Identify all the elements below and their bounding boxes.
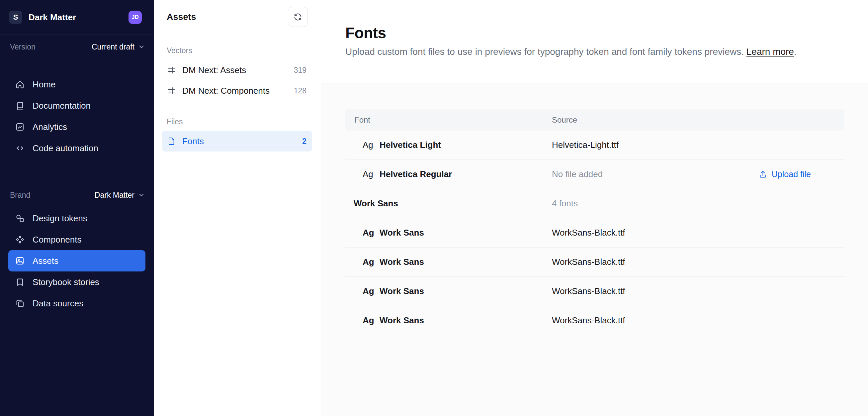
fonts-table: Font Source Ag Helvetica Light Helvetica… bbox=[345, 109, 844, 335]
table-row: Ag Work Sans WorkSans-Black.ttf bbox=[345, 247, 844, 277]
sidebar-item-label: Analytics bbox=[33, 122, 67, 132]
sidebar-item-code-automation[interactable]: Code automation bbox=[8, 138, 146, 159]
column-header-font: Font bbox=[345, 115, 552, 125]
period: . bbox=[794, 47, 797, 57]
upload-file-button[interactable]: Upload file bbox=[758, 170, 811, 179]
home-icon bbox=[15, 80, 25, 89]
code-icon bbox=[15, 143, 25, 153]
files-section-label: Files bbox=[162, 114, 312, 131]
design-tokens-icon bbox=[15, 213, 25, 223]
table-row: Ag Work Sans WorkSans-Black.ttf bbox=[345, 277, 844, 306]
assets-icon bbox=[15, 256, 25, 266]
sidebar-item-label: Assets bbox=[33, 256, 58, 266]
font-source: No file added bbox=[552, 169, 603, 179]
font-name: Work Sans bbox=[379, 228, 424, 238]
storybook-icon bbox=[15, 277, 25, 287]
font-name: Work Sans bbox=[379, 315, 424, 326]
sidebar-item-components[interactable]: Components bbox=[8, 229, 146, 250]
refresh-icon bbox=[293, 12, 303, 22]
sidebar-item-label: Design tokens bbox=[33, 213, 87, 224]
table-header: Font Source bbox=[345, 109, 844, 130]
upload-file-label: Upload file bbox=[772, 170, 811, 179]
workspace-logo-letter: S bbox=[13, 13, 18, 22]
sidebar-item-label: Code automation bbox=[33, 143, 98, 153]
data-sources-icon bbox=[15, 298, 25, 308]
font-name: Helvetica Regular bbox=[379, 169, 452, 179]
components-icon bbox=[15, 235, 25, 244]
sidebar-item-label: Storybook stories bbox=[33, 277, 99, 288]
panel-body: Vectors DM Next: Assets 319 DM Next: Com… bbox=[154, 34, 321, 151]
primary-nav: Home Documentation Analytics Code automa… bbox=[0, 59, 154, 159]
table-row: Ag Work Sans WorkSans-Black.ttf bbox=[345, 306, 844, 335]
sidebar-item-design-tokens[interactable]: Design tokens bbox=[8, 208, 146, 229]
page-description-text: Upload custom font files to use in previ… bbox=[345, 47, 744, 57]
chevron-down-icon bbox=[138, 43, 145, 51]
version-value: Current draft bbox=[92, 42, 134, 52]
font-sample: Ag bbox=[363, 286, 379, 296]
font-name: Helvetica Light bbox=[379, 140, 441, 150]
sidebar-item-home[interactable]: Home bbox=[8, 74, 146, 95]
font-source: Helvetica-Light.ttf bbox=[552, 140, 619, 150]
sidebar-item-label: Home bbox=[33, 80, 56, 90]
file-item-count: 2 bbox=[302, 137, 307, 146]
font-sample: Ag bbox=[363, 169, 379, 179]
page-title: Fonts bbox=[345, 24, 844, 42]
column-header-source: Source bbox=[552, 115, 844, 125]
vector-item-name: DM Next: Assets bbox=[182, 65, 246, 76]
font-name: Work Sans bbox=[379, 257, 424, 267]
panel-title: Assets bbox=[167, 12, 196, 22]
sidebar-item-storybook-stories[interactable]: Storybook stories bbox=[8, 271, 146, 293]
sidebar: S Dark Matter JD Version Current draft H… bbox=[0, 0, 154, 416]
frame-icon bbox=[167, 65, 176, 75]
font-source: WorkSans-Black.ttf bbox=[552, 228, 625, 238]
sidebar-item-analytics[interactable]: Analytics bbox=[8, 116, 146, 138]
workspace-logo[interactable]: S bbox=[9, 11, 22, 24]
brand-nav: Design tokens Components Assets Storyboo… bbox=[0, 205, 154, 314]
frame-icon bbox=[167, 86, 176, 95]
version-selector[interactable]: Version Current draft bbox=[0, 35, 154, 59]
upload-icon bbox=[758, 170, 767, 179]
vector-item-count: 319 bbox=[294, 66, 307, 75]
vectors-section-label: Vectors bbox=[162, 43, 312, 60]
brand-selector[interactable]: Brand Dark Matter bbox=[0, 185, 154, 205]
brand-value: Dark Matter bbox=[95, 191, 134, 200]
main-content: Fonts Upload custom font files to use in… bbox=[321, 0, 868, 416]
documentation-icon bbox=[15, 101, 25, 111]
table-group-row: Work Sans 4 fonts bbox=[345, 189, 844, 218]
file-item-fonts[interactable]: Fonts 2 bbox=[162, 131, 312, 151]
analytics-icon bbox=[15, 122, 25, 132]
brand-label: Brand bbox=[10, 191, 30, 200]
sidebar-item-assets[interactable]: Assets bbox=[8, 250, 146, 271]
workspace-header: S Dark Matter JD bbox=[0, 0, 154, 35]
file-item-name: Fonts bbox=[182, 136, 204, 147]
font-family-name: Work Sans bbox=[354, 198, 398, 209]
vector-item-dm-next-assets[interactable]: DM Next: Assets 319 bbox=[162, 60, 312, 81]
sidebar-item-label: Data sources bbox=[33, 298, 83, 309]
refresh-button[interactable] bbox=[288, 7, 308, 27]
version-label: Version bbox=[10, 42, 35, 52]
font-source: WorkSans-Black.ttf bbox=[552, 257, 625, 267]
font-sample: Ag bbox=[363, 315, 379, 326]
sidebar-item-label: Documentation bbox=[33, 101, 91, 111]
vector-item-name: DM Next: Components bbox=[182, 86, 270, 96]
font-name: Work Sans bbox=[379, 286, 424, 296]
file-icon bbox=[167, 137, 176, 146]
font-sample: Ag bbox=[363, 140, 379, 150]
font-source: WorkSans-Black.ttf bbox=[552, 286, 625, 296]
table-row: Ag Work Sans WorkSans-Black.ttf bbox=[345, 218, 844, 247]
app-root: S Dark Matter JD Version Current draft H… bbox=[0, 0, 868, 416]
table-row: Ag Helvetica Light Helvetica-Light.ttf bbox=[345, 130, 844, 160]
sidebar-item-documentation[interactable]: Documentation bbox=[8, 95, 146, 116]
vector-item-dm-next-components[interactable]: DM Next: Components 128 bbox=[162, 81, 312, 101]
sidebar-item-label: Components bbox=[33, 235, 81, 245]
learn-more-link[interactable]: Learn more bbox=[746, 47, 794, 57]
workspace-name: Dark Matter bbox=[29, 12, 76, 23]
user-avatar[interactable]: JD bbox=[128, 11, 142, 24]
font-sample: Ag bbox=[363, 257, 379, 267]
assets-panel: Assets Vectors DM Next: Assets 319 bbox=[154, 0, 321, 416]
sidebar-item-data-sources[interactable]: Data sources bbox=[8, 293, 146, 314]
chevron-down-icon bbox=[138, 191, 145, 199]
page-header: Fonts Upload custom font files to use in… bbox=[321, 0, 868, 83]
font-sample: Ag bbox=[363, 228, 379, 238]
font-source: WorkSans-Black.ttf bbox=[552, 315, 625, 326]
